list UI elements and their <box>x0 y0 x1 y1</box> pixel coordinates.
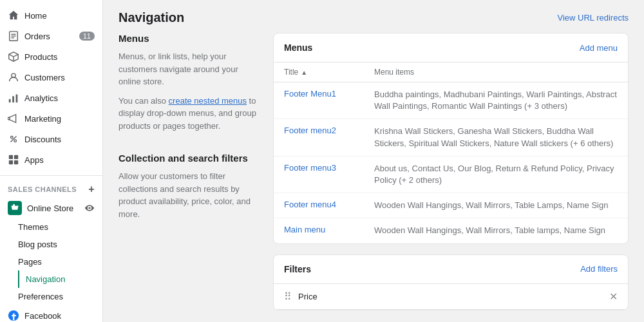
orders-icon <box>8 30 19 42</box>
sidebar: Home Orders 11 Products Customers <box>0 0 103 322</box>
view-url-redirects-link[interactable]: View URL redirects <box>557 13 629 23</box>
table-row: Main menu Wooden Wall Hangings, Wall Mir… <box>274 218 628 243</box>
col-title-header: Title ▲ <box>284 68 374 77</box>
svg-rect-11 <box>16 95 18 103</box>
add-filters-link[interactable]: Add filters <box>580 264 618 274</box>
svg-rect-16 <box>14 155 18 159</box>
home-icon <box>8 10 19 21</box>
sales-channels-label: SALES CHANNELS + <box>0 176 102 198</box>
sort-arrow-icon: ▲ <box>301 69 307 76</box>
add-sales-channel-icon[interactable]: + <box>88 184 95 195</box>
menus-card: Menus Add menu Title ▲ Menu items Footer… <box>273 33 629 244</box>
footer-menu2-link[interactable]: Footer menu2 <box>284 126 336 135</box>
main-content: Navigation View URL redirects Menus Menu… <box>103 0 644 322</box>
table-row: Footer Menu1 Buddha paintings, Madhubani… <box>274 82 628 119</box>
menus-section-title: Menus <box>118 33 260 44</box>
sidebar-item-apps[interactable]: Apps <box>0 149 102 170</box>
svg-rect-15 <box>9 155 13 159</box>
analytics-icon <box>8 92 19 104</box>
svg-line-14 <box>11 137 17 142</box>
menu-items-cell: Krishna Wall Stickers, Ganesha Wall Stic… <box>374 126 618 149</box>
menus-description-section: Menus Menus, or link lists, help your cu… <box>118 33 260 132</box>
sidebar-item-customers[interactable]: Customers <box>0 67 102 88</box>
menu-title-cell: Footer menu2 <box>284 126 374 135</box>
online-store-sub-menu: Themes Blog posts Pages Navigation Prefe… <box>0 218 102 305</box>
apps-icon <box>8 154 19 166</box>
table-row: Footer menu3 About us, Contact Us, Our B… <box>274 156 628 193</box>
orders-badge: 11 <box>79 32 95 41</box>
svg-rect-17 <box>9 160 13 164</box>
svg-point-12 <box>11 137 14 139</box>
add-menu-link[interactable]: Add menu <box>580 43 618 53</box>
svg-rect-18 <box>14 160 18 164</box>
footer-menu3-link[interactable]: Footer menu3 <box>284 163 336 173</box>
sidebar-nav: Home Orders 11 Products Customers <box>0 0 102 176</box>
main-menu-link[interactable]: Main menu <box>284 225 325 234</box>
marketing-icon <box>8 113 19 124</box>
svg-line-6 <box>14 54 18 57</box>
sidebar-item-products[interactable]: Products <box>0 46 102 67</box>
menus-card-title: Menus <box>284 43 312 53</box>
filter-row-price: ⠿ Price ✕ <box>274 284 628 310</box>
menus-nested-desc: You can also create nested menus to disp… <box>118 95 260 133</box>
filters-description-section: Collection and search filters Allow your… <box>118 153 260 220</box>
filters-card: Filters Add filters ⠿ Price ✕ <box>273 254 629 310</box>
col-items-header: Menu items <box>374 68 618 77</box>
svg-point-13 <box>14 140 17 142</box>
online-store-icon <box>8 201 22 215</box>
page-title: Navigation <box>118 10 184 25</box>
sidebar-item-online-store[interactable]: Online Store <box>0 198 102 218</box>
filters-card-title: Filters <box>284 264 311 274</box>
sidebar-item-facebook[interactable]: Facebook <box>0 305 102 322</box>
discounts-icon <box>8 133 19 145</box>
menu-title-cell: Footer menu4 <box>284 200 374 209</box>
filters-card-header: Filters Add filters <box>274 255 628 284</box>
sidebar-item-pages[interactable]: Pages <box>18 253 102 270</box>
svg-line-5 <box>9 54 14 57</box>
sidebar-item-themes[interactable]: Themes <box>18 218 102 236</box>
table-row: Footer menu2 Krishna Wall Stickers, Gane… <box>274 119 628 156</box>
filters-description: Allow your customers to filter collectio… <box>118 170 260 220</box>
customers-icon <box>8 71 19 83</box>
page-header: Navigation View URL redirects <box>103 0 644 33</box>
svg-rect-9 <box>9 99 11 102</box>
create-nested-menus-link[interactable]: create nested menus <box>169 96 247 106</box>
menus-table-header: Title ▲ Menu items <box>274 62 628 82</box>
svg-rect-10 <box>12 96 14 102</box>
content-area: Menus Menus, or link lists, help your cu… <box>103 33 644 322</box>
filters-section-title: Collection and search filters <box>118 153 260 164</box>
sidebar-item-discounts[interactable]: Discounts <box>0 129 102 149</box>
menu-items-cell: Buddha paintings, Madhubani Paintings, W… <box>374 89 618 112</box>
remove-filter-button[interactable]: ✕ <box>609 290 618 303</box>
menu-items-cell: About us, Contact Us, Our Blog, Return &… <box>374 163 618 186</box>
eye-icon[interactable] <box>84 203 95 213</box>
left-panel: Menus Menus, or link lists, help your cu… <box>118 33 260 322</box>
menus-card-header: Menus Add menu <box>274 33 628 62</box>
drag-handle-icon[interactable]: ⠿ <box>284 290 292 303</box>
menu-title-cell: Footer Menu1 <box>284 89 374 99</box>
menu-title-cell: Footer menu3 <box>284 163 374 173</box>
menu-items-cell: Wooden Wall Hangings, Wall Mirrors, Tabl… <box>374 225 618 236</box>
products-icon <box>8 51 19 62</box>
table-row: Footer menu4 Wooden Wall Hangings, Wall … <box>274 193 628 218</box>
footer-menu1-link[interactable]: Footer Menu1 <box>284 89 336 99</box>
filter-price-label: Price <box>298 292 609 301</box>
sidebar-item-analytics[interactable]: Analytics <box>0 88 102 108</box>
sidebar-item-orders[interactable]: Orders 11 <box>0 26 102 46</box>
menus-description: Menus, or link lists, help your customer… <box>118 50 260 88</box>
menu-title-cell: Main menu <box>284 225 374 234</box>
sidebar-item-home[interactable]: Home <box>0 5 102 26</box>
sidebar-item-navigation[interactable]: Navigation <box>18 270 102 288</box>
sidebar-item-blog-posts[interactable]: Blog posts <box>18 236 102 253</box>
sidebar-item-preferences[interactable]: Preferences <box>18 288 102 305</box>
facebook-icon <box>8 310 19 321</box>
right-panel: Menus Add menu Title ▲ Menu items Footer… <box>273 33 629 322</box>
sidebar-item-marketing[interactable]: Marketing <box>0 108 102 129</box>
footer-menu4-link[interactable]: Footer menu4 <box>284 200 336 209</box>
menu-items-cell: Wooden Wall Hangings, Wall Mirrors, Tabl… <box>374 200 618 211</box>
